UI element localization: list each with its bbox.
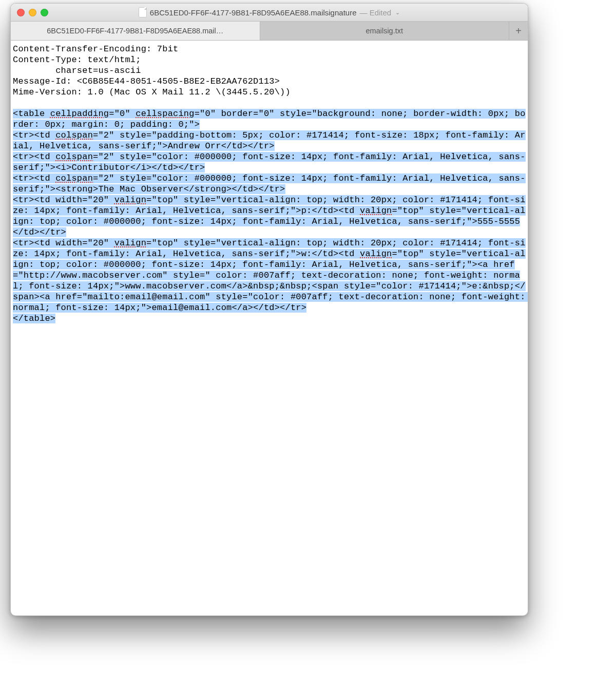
header-line: Message-Id: <C6B85E44-8051-4505-B8E2-EB2…: [13, 76, 526, 87]
selected-text-block: <table cellpadding="0" cellspacing="0" b…: [13, 108, 526, 324]
minimize-button[interactable]: [29, 9, 36, 16]
close-button[interactable]: [17, 9, 25, 16]
traffic-lights: [17, 9, 48, 16]
tab-active[interactable]: 6BC51ED0-FF6F-4177-9B81-F8D95A6EAE88.mai…: [11, 22, 260, 40]
text-editor[interactable]: Content-Transfer-Encoding: 7bitContent-T…: [11, 41, 528, 326]
window-title-status: — Edited: [360, 8, 392, 17]
titlebar: 6BC51ED0-FF6F-4177-9B81-F8D95A6EAE88.mai…: [11, 4, 528, 22]
header-line: charset=us-ascii: [13, 65, 526, 76]
header-line: Content-Type: text/html;: [13, 54, 526, 65]
editor-window: 6BC51ED0-FF6F-4177-9B81-F8D95A6EAE88.mai…: [10, 3, 528, 616]
header-line: Mime-Version: 1.0 (Mac OS X Mail 11.2 \(…: [13, 87, 526, 98]
window-title: 6BC51ED0-FF6F-4177-9B81-F8D95A6EAE88.mai…: [11, 7, 528, 17]
header-line: Content-Transfer-Encoding: 7bit: [13, 44, 526, 54]
new-tab-button[interactable]: +: [509, 22, 528, 40]
tab-active-label: 6BC51ED0-FF6F-4177-9B81-F8D95A6EAE88.mai…: [47, 27, 223, 35]
selected-text: <table cellpadding="0" cellspacing="0" b…: [13, 109, 528, 323]
tab-inactive[interactable]: emailsig.txt: [260, 22, 510, 40]
tab-inactive-label: emailsig.txt: [365, 27, 403, 35]
chevron-down-icon: ⌄: [395, 9, 400, 16]
zoom-button[interactable]: [41, 9, 48, 16]
window-title-filename: 6BC51ED0-FF6F-4177-9B81-F8D95A6EAE88.mai…: [150, 8, 357, 17]
document-icon: [139, 7, 147, 17]
tab-bar: 6BC51ED0-FF6F-4177-9B81-F8D95A6EAE88.mai…: [11, 22, 528, 41]
plus-icon: +: [515, 25, 522, 37]
